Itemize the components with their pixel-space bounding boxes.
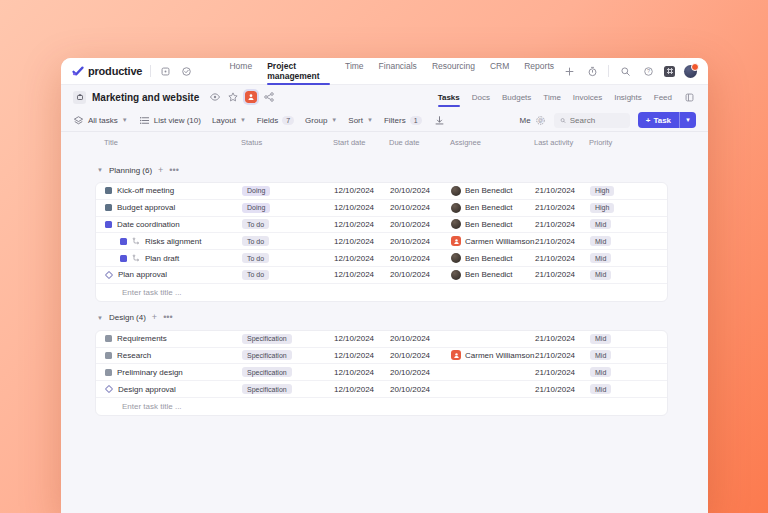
group-more-icon[interactable]: •••: [169, 166, 178, 175]
nav-item-crm[interactable]: CRM: [490, 58, 509, 87]
tab-budgets[interactable]: Budgets: [502, 88, 531, 107]
fields-button[interactable]: Fields 7: [257, 116, 294, 125]
col-assignee[interactable]: Assignee: [450, 138, 534, 147]
group-more-icon[interactable]: •••: [163, 313, 172, 322]
status-badge[interactable]: To do: [242, 253, 269, 263]
timer-icon[interactable]: [585, 64, 599, 78]
share-icon[interactable]: [263, 91, 275, 103]
priority-badge[interactable]: Mid: [590, 219, 611, 229]
table-row-milestone[interactable]: Plan approval To do 12/10/2024 20/10/202…: [96, 267, 667, 284]
tab-invoices[interactable]: Invoices: [573, 88, 602, 107]
due-date[interactable]: 20/10/2024: [390, 254, 451, 263]
priority-badge[interactable]: Mid: [590, 253, 611, 263]
start-date[interactable]: 12/10/2024: [334, 220, 390, 229]
col-due-date[interactable]: Due date: [389, 138, 450, 147]
priority-badge[interactable]: Mid: [590, 367, 611, 377]
filters-button[interactable]: Filters 1: [384, 116, 422, 125]
scope-icon[interactable]: [159, 64, 172, 78]
due-date[interactable]: 20/10/2024: [390, 351, 451, 360]
table-row[interactable]: Kick-off meeting Doing 12/10/2024 20/10/…: [96, 183, 667, 200]
user-avatar[interactable]: [684, 65, 697, 78]
priority-badge[interactable]: Mid: [590, 270, 611, 280]
due-date[interactable]: 20/10/2024: [390, 385, 451, 394]
assignee-name[interactable]: Ben Benedict: [465, 270, 513, 279]
priority-badge[interactable]: Mid: [590, 384, 611, 394]
status-badge[interactable]: To do: [242, 270, 269, 280]
apps-grid-icon[interactable]: [664, 66, 675, 77]
status-badge[interactable]: Specification: [242, 350, 292, 360]
view-selector-dropdown[interactable]: All tasks ▼: [73, 115, 128, 126]
col-start-date[interactable]: Start date: [333, 138, 389, 147]
start-date[interactable]: 12/10/2024: [334, 351, 390, 360]
group-add-icon[interactable]: +: [152, 313, 157, 322]
table-row-subtask[interactable]: Risks alignment To do 12/10/2024 20/10/2…: [96, 233, 667, 250]
due-date[interactable]: 20/10/2024: [390, 334, 451, 343]
new-task-input-row[interactable]: Enter task title ...: [96, 284, 667, 301]
group-dropdown[interactable]: Group ▼: [305, 116, 337, 125]
due-date[interactable]: 20/10/2024: [390, 186, 451, 195]
download-icon[interactable]: [433, 113, 447, 127]
table-row[interactable]: Requirements Specification 12/10/2024 20…: [96, 331, 667, 348]
start-date[interactable]: 12/10/2024: [334, 186, 390, 195]
table-row[interactable]: Budget approval Doing 12/10/2024 20/10/2…: [96, 200, 667, 217]
priority-badge[interactable]: Mid: [590, 236, 611, 246]
task-dropdown-caret[interactable]: ▼: [680, 117, 696, 123]
more-tabs-icon[interactable]: [684, 91, 696, 103]
status-badge[interactable]: Specification: [242, 384, 292, 394]
assignee-name[interactable]: Carmen Williamson: [465, 351, 534, 360]
col-priority[interactable]: Priority: [589, 138, 668, 147]
productive-logo[interactable]: productive: [72, 65, 142, 77]
priority-badge[interactable]: High: [590, 203, 614, 213]
new-task-input-row[interactable]: Enter task title ...: [96, 398, 667, 415]
member-avatar[interactable]: [245, 91, 257, 103]
due-date[interactable]: 20/10/2024: [390, 203, 451, 212]
search-input[interactable]: [570, 116, 624, 125]
priority-badge[interactable]: Mid: [590, 350, 611, 360]
status-badge[interactable]: To do: [242, 219, 269, 229]
status-badge[interactable]: Specification: [242, 367, 292, 377]
priority-badge[interactable]: Mid: [590, 334, 611, 344]
tab-tasks[interactable]: Tasks: [438, 88, 460, 107]
start-date[interactable]: 12/10/2024: [334, 237, 390, 246]
status-badge[interactable]: Doing: [242, 186, 270, 196]
table-row-subtask[interactable]: Plan draft To do 12/10/2024 20/10/2024 B…: [96, 250, 667, 267]
nav-item-home[interactable]: Home: [229, 58, 252, 87]
col-title[interactable]: Title: [95, 138, 241, 147]
nav-item-financials[interactable]: Financials: [379, 58, 417, 87]
search-icon[interactable]: [618, 64, 632, 78]
status-badge[interactable]: Specification: [242, 334, 292, 344]
col-status[interactable]: Status: [241, 138, 333, 147]
due-date[interactable]: 20/10/2024: [390, 220, 451, 229]
start-date[interactable]: 12/10/2024: [334, 203, 390, 212]
nav-item-project-management[interactable]: Project management: [267, 58, 330, 87]
favorite-star-icon[interactable]: [227, 91, 239, 103]
due-date[interactable]: 20/10/2024: [390, 270, 451, 279]
col-last-activity[interactable]: Last activity: [534, 138, 589, 147]
assignee-name[interactable]: Ben Benedict: [465, 254, 513, 263]
tab-insights[interactable]: Insights: [614, 88, 642, 107]
add-icon[interactable]: [562, 64, 576, 78]
new-task-button[interactable]: + Task ▼: [638, 112, 696, 128]
table-row-milestone[interactable]: Design approval Specification 12/10/2024…: [96, 381, 667, 398]
status-badge[interactable]: To do: [242, 236, 269, 246]
status-badge[interactable]: Doing: [242, 203, 270, 213]
tab-feed[interactable]: Feed: [654, 88, 672, 107]
table-row[interactable]: Research Specification 12/10/2024 20/10/…: [96, 348, 667, 365]
collapse-chevron-icon[interactable]: ▼: [97, 315, 103, 321]
tab-time[interactable]: Time: [543, 88, 560, 107]
start-date[interactable]: 12/10/2024: [334, 270, 390, 279]
assignee-name[interactable]: Carmen Williamson: [465, 237, 534, 246]
assignee-name[interactable]: Ben Benedict: [465, 220, 513, 229]
group-add-icon[interactable]: +: [158, 166, 163, 175]
check-circle-icon[interactable]: [180, 64, 193, 78]
nav-item-reports[interactable]: Reports: [524, 58, 554, 87]
collapse-chevron-icon[interactable]: ▼: [97, 167, 103, 173]
tab-docs[interactable]: Docs: [472, 88, 490, 107]
table-row[interactable]: Preliminary design Specification 12/10/2…: [96, 364, 667, 381]
start-date[interactable]: 12/10/2024: [334, 254, 390, 263]
watch-eye-icon[interactable]: [209, 91, 221, 103]
due-date[interactable]: 20/10/2024: [390, 237, 451, 246]
start-date[interactable]: 12/10/2024: [334, 368, 390, 377]
search-box[interactable]: [554, 113, 630, 128]
nav-item-resourcing[interactable]: Resourcing: [432, 58, 475, 87]
